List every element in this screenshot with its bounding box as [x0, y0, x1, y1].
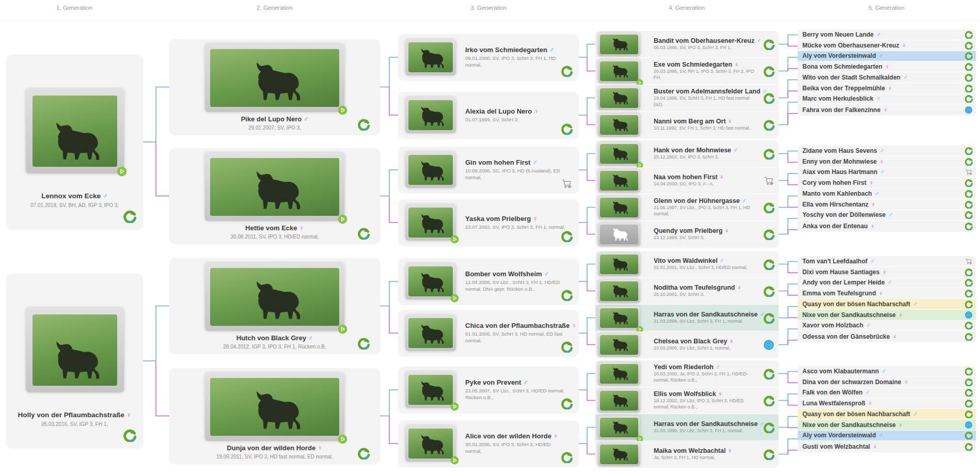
working-dog-logo-icon[interactable]	[965, 189, 973, 198]
dog-name[interactable]: Anka von der Entenau	[802, 223, 868, 230]
pedigree-row[interactable]: Bandit vom Oberhausener-Kreuz ♂06.03.199…	[595, 31, 779, 58]
working-dog-logo-icon[interactable]	[965, 300, 973, 308]
dog-name[interactable]: Yedi vom Riederloh ♂	[654, 364, 760, 371]
dog-name[interactable]: Beika von der Treppelmühle	[802, 85, 885, 92]
dog-name[interactable]: Wito von der Stadt Schmalkalden	[802, 74, 900, 81]
blue-globe-badge-icon[interactable]	[763, 339, 774, 351]
working-dog-logo-icon[interactable]	[965, 179, 973, 187]
working-dog-logo-icon[interactable]	[965, 399, 973, 407]
dog-name[interactable]: Hutch von Black Grey ♂	[169, 334, 380, 342]
dog-name[interactable]: Gin vom hohen First ♂	[465, 159, 566, 166]
dog-photo[interactable]	[598, 169, 640, 193]
pedigree-row[interactable]: Odessa von der Gänsebrücke♀	[798, 331, 976, 342]
dog-name[interactable]: Alice von der wilden Horde ♀	[465, 432, 566, 440]
dog-name[interactable]: Berry vom Neuen Lande	[802, 31, 874, 38]
working-dog-logo-icon[interactable]	[965, 367, 973, 375]
working-dog-logo-icon[interactable]	[965, 62, 973, 71]
working-dog-logo-icon[interactable]	[965, 333, 973, 341]
pedigree-row[interactable]: Harras von der Sandkautschneise ♂31.03.1…	[595, 414, 779, 441]
working-dog-logo-icon[interactable]	[763, 229, 774, 240]
pedigree-row[interactable]: Yoschy von der Döllenwiese♂	[798, 210, 976, 221]
pedigree-row[interactable]: Andy von der Lemper Heide♂	[798, 278, 976, 289]
dog-name[interactable]: Dina von der schwarzen Domaine	[802, 378, 901, 386]
play-video-button[interactable]	[338, 214, 347, 224]
working-dog-logo-icon[interactable]	[763, 449, 774, 460]
dog-name[interactable]: Vito vom Waldwinkel ♂	[654, 257, 760, 264]
dog-name[interactable]: Mücke vom Oberhausener-Kreuz	[802, 42, 899, 49]
pedigree-row[interactable]: Mücke vom Oberhausener-Kreuz♀	[798, 40, 976, 51]
dog-photo[interactable]	[598, 362, 640, 386]
dog-name[interactable]: Aly vom Vordersteinwald	[802, 52, 876, 59]
working-dog-logo-icon[interactable]	[965, 222, 973, 230]
dog-photo[interactable]	[405, 97, 456, 133]
working-dog-logo-icon[interactable]	[965, 157, 973, 166]
dog-name[interactable]: Luna Westfalensproß	[802, 400, 865, 407]
dog-name[interactable]: Quasy von der bösen Nachbarschaft	[802, 301, 910, 308]
pedigree-row[interactable]: Hank von der Mohnwiese ♂25.12.2002, SV, …	[595, 140, 779, 167]
dog-card[interactable]: Pike del Lupo Nero ♂29.01.2007, SV, IPO …	[169, 39, 380, 135]
dog-photo[interactable]	[205, 373, 344, 441]
pedigree-row[interactable]: Bona vom Schmiedegarten♀	[798, 61, 976, 72]
pedigree-row[interactable]: Dixi vom Hause Santiages♀	[798, 267, 976, 278]
pedigree-row[interactable]: Ella vom Hirschentanz♀	[798, 199, 976, 210]
pedigree-row[interactable]: Enny von der Mohnwiese♀	[798, 156, 976, 167]
dog-card[interactable]: Hettie vom Ecke ♀30.08.2011, SV, IPO 3, …	[169, 148, 380, 244]
working-dog-logo-icon[interactable]	[965, 52, 973, 60]
dog-photo[interactable]	[405, 204, 456, 241]
dog-photo[interactable]	[205, 153, 344, 221]
dog-card[interactable]: Bomber vom Wolfsheim ♂12.04.2006, SV Lbz…	[398, 258, 579, 305]
dog-photo[interactable]	[598, 252, 640, 276]
dog-card[interactable]: Hutch von Black Grey ♂28.04.2012, IGP 3,…	[169, 258, 380, 354]
dog-name[interactable]: Buster vom Adelmannsfelder Land ♂	[654, 88, 760, 95]
dog-name[interactable]: Xavor vom Holzbach	[802, 322, 863, 329]
dog-name[interactable]: Harras von der Sandkautschneise ♂	[654, 311, 760, 318]
dog-photo[interactable]	[405, 152, 456, 188]
pedigree-row[interactable]: Aly vom Vordersteinwald♂	[798, 431, 976, 441]
pedigree-row[interactable]: Xavor vom Holzbach♂	[798, 321, 976, 331]
working-dog-logo-icon[interactable]	[965, 289, 973, 297]
dog-name[interactable]: Cory vom hohen First	[802, 179, 866, 186]
pedigree-row[interactable]: Exe vom Schmiedegarten ♀30.03.1996, SV, …	[595, 58, 779, 85]
working-dog-logo-icon[interactable]	[763, 202, 774, 213]
dog-photo[interactable]	[598, 443, 640, 466]
working-dog-logo-icon[interactable]	[763, 66, 774, 77]
dog-name[interactable]: Chelsea von Black Grey ♀	[654, 338, 760, 345]
dog-name[interactable]: Emma vom Teufelsgrund	[802, 290, 876, 297]
pedigree-row[interactable]: Glenn von der Hühnergasse ♂21.05.1997, S…	[595, 194, 779, 221]
pedigree-row[interactable]: Dina von der schwarzen Domaine♀	[798, 377, 976, 388]
dog-name[interactable]: Yoschy von der Döllenwiese	[802, 211, 886, 218]
dog-name[interactable]: Noditha vom Teufelsgrund ♀	[654, 284, 760, 291]
dog-card[interactable]: Alice von der wilden Horde ♀30.01.2006, …	[398, 420, 579, 467]
dog-name[interactable]: Irko vom Schmiedegarten ♂	[465, 46, 566, 54]
pedigree-row[interactable]: Tom van't Leefdaalhof♂	[798, 256, 976, 267]
dog-name[interactable]: Harras von der Sandkautschneise ♂	[654, 420, 760, 428]
dog-name[interactable]: Glenn von der Hühnergasse ♂	[654, 197, 760, 204]
cart-icon[interactable]	[763, 175, 774, 186]
dog-name[interactable]: Aly vom Vordersteinwald	[802, 432, 876, 439]
blue-globe-badge-icon[interactable]	[965, 311, 973, 319]
dog-name[interactable]: Exe vom Schmiedegarten ♀	[654, 61, 760, 68]
working-dog-logo-icon[interactable]	[965, 268, 973, 276]
play-video-button[interactable]	[338, 434, 347, 444]
dog-photo[interactable]	[405, 372, 456, 408]
working-dog-logo-icon[interactable]	[965, 41, 973, 50]
pedigree-row[interactable]: Emma vom Teufelsgrund♀	[798, 288, 976, 299]
dog-name[interactable]: Ella vom Hirschentanz	[802, 201, 868, 208]
working-dog-logo-icon[interactable]	[965, 378, 973, 386]
working-dog-logo-icon[interactable]	[357, 227, 370, 240]
working-dog-logo-icon[interactable]	[763, 286, 774, 297]
pedigree-row[interactable]: Harras von der Sandkautschneise ♂31.03.1…	[595, 305, 779, 331]
pedigree-row[interactable]: Marc vom Herkulesblick♂	[798, 94, 976, 105]
dog-photo[interactable]	[26, 308, 124, 392]
dog-name[interactable]: Dunja von der wilden Horde ♀	[169, 444, 380, 452]
working-dog-logo-icon[interactable]	[763, 422, 774, 433]
pedigree-row[interactable]: Vito vom Waldwinkel ♂02.01.2001, SV Lbz.…	[595, 251, 779, 278]
dog-card[interactable]: Gin vom hohen First ♂10.09.2006, SC, IPO…	[398, 147, 579, 193]
working-dog-logo-icon[interactable]	[965, 443, 973, 451]
dog-name[interactable]: Zidane vom Haus Sevens	[802, 147, 877, 154]
dog-card[interactable]: Yaska vom Prielberg ♀23.07.2002, SV, IPO…	[398, 199, 579, 246]
dog-photo[interactable]	[598, 86, 640, 110]
dog-name[interactable]: Nanni vom Berg am Ort ♀	[654, 118, 760, 125]
dog-name[interactable]: Bomber vom Wolfsheim ♂	[465, 270, 566, 278]
dog-name[interactable]: Bona vom Schmiedegarten	[802, 63, 882, 70]
